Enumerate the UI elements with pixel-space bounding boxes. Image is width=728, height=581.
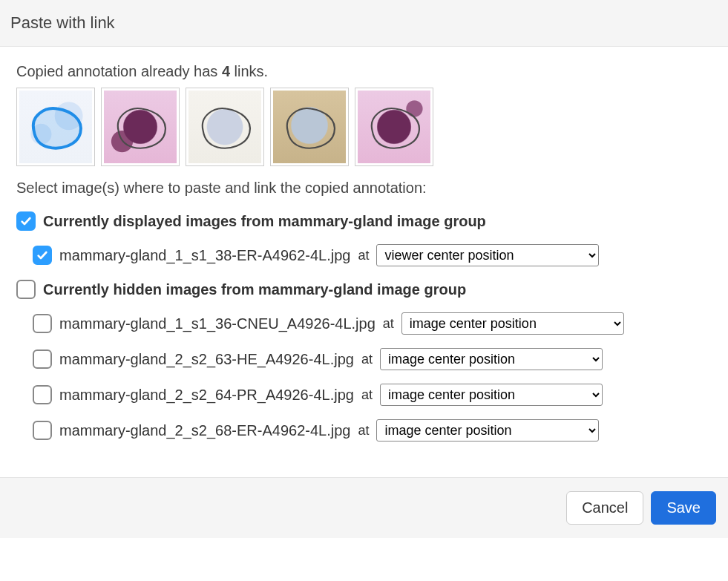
group-title: Currently hidden images from mammary-gla… [43, 281, 466, 298]
group-title: Currently displayed images from mammary-… [43, 213, 486, 230]
dialog-header: Paste with link [0, 0, 728, 47]
image-row: mammary-gland_2_s2_63-HE_A4926-4L.jpg at… [33, 348, 712, 370]
position-select[interactable]: viewer center positionimage center posit… [380, 384, 603, 406]
dialog-title: Paste with link [10, 13, 115, 32]
links-count: 4 [222, 63, 230, 79]
image-row: mammary-gland_2_s2_64-PR_A4926-4L.jpg at… [33, 384, 712, 406]
image-filename: mammary-gland_2_s2_63-HE_A4926-4L.jpg [59, 351, 354, 368]
image-row: mammary-gland_2_s2_68-ER-A4962-4L.jpg at… [33, 419, 712, 442]
cancel-button[interactable]: Cancel [566, 491, 643, 525]
select-prompt: Select image(s) where to paste and link … [16, 180, 712, 197]
group-checkbox[interactable] [16, 280, 36, 299]
position-select[interactable]: viewer center positionimage center posit… [376, 419, 599, 442]
link-thumbnails [16, 88, 712, 166]
image-filename: mammary-gland_2_s2_64-PR_A4926-4L.jpg [59, 387, 354, 404]
link-thumb-2[interactable] [101, 88, 180, 166]
image-row: mammary-gland_1_s1_36-CNEU_A4926-4L.jpg … [33, 312, 712, 335]
image-filename: mammary-gland_2_s2_68-ER-A4962-4L.jpg [59, 422, 350, 439]
link-thumb-5[interactable] [355, 88, 433, 166]
image-checkbox[interactable] [33, 246, 52, 265]
save-button[interactable]: Save [651, 491, 716, 525]
link-thumb-4[interactable] [270, 88, 349, 166]
image-group-row: Currently displayed images from mammary-… [16, 211, 712, 231]
image-checkbox[interactable] [33, 421, 52, 440]
position-select[interactable]: viewer center positionimage center posit… [376, 244, 599, 266]
group-checkbox[interactable] [16, 211, 36, 231]
link-thumb-3[interactable] [186, 88, 264, 166]
annotation-outline [358, 91, 430, 163]
dialog-body: Copied annotation already has 4 links. S… [0, 47, 728, 477]
image-group-row: Currently hidden images from mammary-gla… [16, 280, 712, 299]
image-checkbox[interactable] [33, 349, 52, 369]
dialog-footer: Cancel Save [0, 477, 728, 538]
annotation-outline [273, 91, 346, 163]
position-select[interactable]: viewer center positionimage center posit… [401, 312, 624, 335]
annotation-outline [104, 91, 177, 163]
image-checkbox[interactable] [33, 385, 52, 404]
annotation-outline [19, 91, 92, 163]
image-row: mammary-gland_1_s1_38-ER-A4962-4L.jpg at… [33, 244, 712, 266]
annotation-outline [188, 91, 261, 163]
image-filename: mammary-gland_1_s1_38-ER-A4962-4L.jpg [59, 247, 350, 264]
image-checkbox[interactable] [33, 314, 52, 333]
existing-links-line: Copied annotation already has 4 links. [16, 63, 712, 80]
image-filename: mammary-gland_1_s1_36-CNEU_A4926-4L.jpg [59, 315, 376, 332]
position-select[interactable]: viewer center positionimage center posit… [380, 348, 603, 370]
link-thumb-1[interactable] [16, 88, 95, 166]
